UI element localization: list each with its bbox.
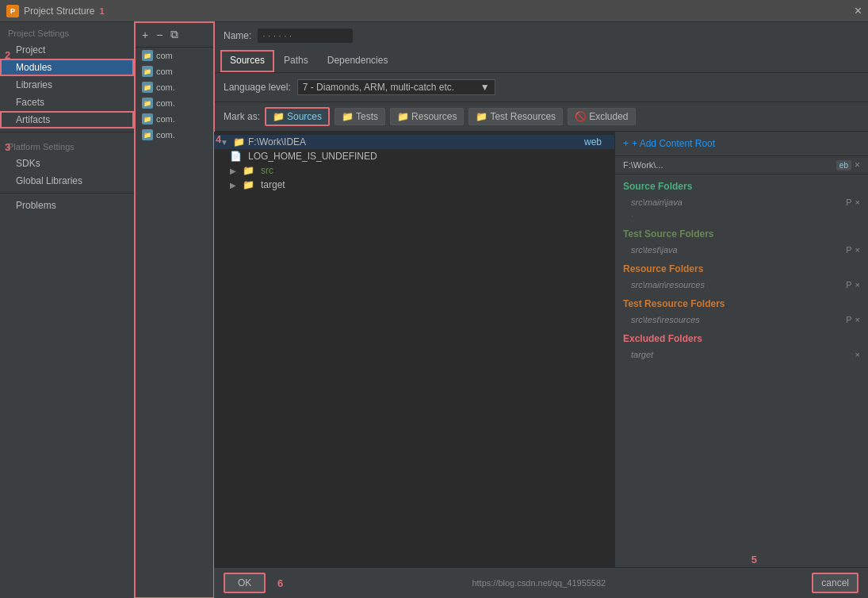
list-item[interactable]: 📁 com. — [135, 127, 213, 143]
add-content-root-button[interactable]: + + Add Content Root — [615, 132, 868, 156]
test-resource-folders-title: Test Resource Folders — [615, 292, 868, 312]
tab-paths[interactable]: Paths — [274, 50, 318, 72]
annotation-6: 6 — [277, 577, 283, 589]
sidebar-item-artifacts[interactable]: Artifacts — [0, 111, 134, 128]
sidebar-item-sdks[interactable]: SDKs — [0, 155, 134, 172]
list-item[interactable]: 📁 com. — [135, 111, 213, 127]
title-bar: P Project Structure 1 × — [0, 0, 868, 22]
module-toolbar: + − ⧉ — [135, 22, 213, 48]
module-icon: 📁 — [142, 50, 153, 61]
expand-arrow-target: ▶ — [230, 181, 239, 190]
file-icon: 📄 — [230, 151, 242, 162]
add-module-button[interactable]: + — [140, 28, 151, 42]
sidebar-item-project[interactable]: Project — [0, 41, 134, 59]
resource-folder-entry: src\main\resources P × — [615, 278, 868, 292]
project-settings-label: Project Settings — [0, 22, 134, 41]
tab-dependencies[interactable]: Dependencies — [318, 50, 398, 72]
source-folder-edit-button[interactable]: P — [846, 197, 851, 207]
platform-settings-label: Platform Settings — [0, 136, 134, 155]
source-folder-path: src\main\java — [631, 197, 683, 207]
test-source-folders-title: Test Source Folders — [615, 222, 868, 243]
sidebar-item-libraries[interactable]: Libraries — [0, 76, 134, 94]
main-layout: 2 3 Project Settings Project Modules Lib… — [0, 22, 868, 598]
name-value: · · · · · · — [258, 29, 353, 43]
annotation-4: 4 — [216, 133, 221, 145]
annotation-3: 3 — [5, 141, 10, 153]
resource-folder-edit-button[interactable]: P — [846, 280, 851, 289]
log-home-text: LOG_HOME_IS_UNDEFINED — [248, 151, 377, 162]
language-level-select[interactable]: 7 - Diamonds, ARM, multi-catch etc. ▼ — [297, 79, 495, 95]
ok-button[interactable]: OK — [224, 573, 266, 593]
root-path-text: F:\Work\IDEA — [248, 136, 306, 148]
copy-module-button[interactable]: ⧉ — [168, 27, 181, 42]
test-source-folder-edit-button[interactable]: P — [846, 245, 851, 255]
target-text: target — [261, 179, 285, 190]
mark-sources-button[interactable]: 📁 Sources — [265, 107, 330, 126]
root-web-text: web — [584, 136, 608, 148]
resource-folder-path: src\main\resources — [631, 280, 705, 289]
test-source-folder-entry: src\test\java P × — [615, 243, 868, 257]
language-level-row: Language level: 7 - Diamonds, ARM, multi… — [214, 73, 868, 102]
mark-as-label: Mark as: — [224, 111, 260, 122]
sidebar-item-modules[interactable]: Modules — [0, 59, 134, 76]
folder-icon-green: 📁 — [342, 111, 354, 122]
resource-folder-remove-button[interactable]: × — [855, 280, 860, 289]
folder-icon: 📁 — [233, 136, 245, 148]
sidebar-item-facets[interactable]: Facets — [0, 94, 134, 111]
tree-row-root[interactable]: ▼ 📁 F:\Work\IDEA web 4 — [214, 135, 614, 149]
collapse-arrow: ▼ — [220, 138, 230, 147]
list-item[interactable]: 📁 com — [135, 48, 213, 63]
folder-icon-orange: 📁 — [397, 111, 409, 122]
sidebar-item-global-libraries[interactable]: Global Libraries — [0, 172, 134, 190]
bottom-bar: 6 5 OK https://blog.csdn.net/qq_41955582… — [214, 567, 868, 598]
content-badge: eb — [836, 160, 851, 171]
excluded-icon: 🚫 — [575, 111, 587, 122]
excluded-folder-actions: × — [855, 350, 860, 359]
module-icon: 📁 — [142, 82, 153, 93]
right-panel: + + Add Content Root F:\Work\... eb × So… — [614, 132, 868, 567]
mark-test-resources-button[interactable]: 📁 Test Resources — [468, 108, 563, 125]
content-root-close-button[interactable]: × — [855, 159, 860, 171]
cancel-button[interactable]: cancel — [812, 573, 858, 593]
tree-row-log[interactable]: 📄 LOG_HOME_IS_UNDEFINED — [214, 149, 614, 163]
src-folder-icon: 📁 — [243, 165, 254, 176]
list-item[interactable]: 📁 com — [135, 63, 213, 79]
content-root-text: F:\Work\... — [623, 160, 663, 170]
tabs-row: Sources Paths Dependencies — [214, 50, 868, 73]
tab-sources[interactable]: Sources — [220, 50, 274, 72]
name-label: Name: — [224, 30, 251, 41]
sidebar-item-problems[interactable]: Problems — [0, 197, 134, 214]
source-folder-remove-button[interactable]: × — [855, 197, 860, 207]
test-source-folder-remove-button[interactable]: × — [855, 245, 860, 255]
source-folder-dot: · — [615, 209, 868, 222]
tree-rights-container: ▼ 📁 F:\Work\IDEA web 4 📄 LOG_HOME_IS_UND… — [214, 132, 868, 567]
mark-excluded-button[interactable]: 🚫 Excluded — [568, 108, 635, 125]
chevron-down-icon: ▼ — [480, 82, 490, 93]
list-item[interactable]: 📁 com. — [135, 95, 213, 111]
sidebar: 2 3 Project Settings Project Modules Lib… — [0, 22, 135, 598]
annotation-2: 2 — [5, 49, 10, 61]
mark-as-row: Mark as: 📁 Sources 📁 Tests 📁 Resources 📁… — [214, 102, 868, 132]
sidebar-divider-2 — [0, 193, 134, 194]
list-item[interactable]: 📁 com. — [135, 79, 213, 95]
module-icon: 📁 — [142, 129, 153, 140]
excluded-folder-remove-button[interactable]: × — [855, 350, 860, 359]
source-folders-section-title: Source Folders — [615, 174, 868, 195]
mark-tests-button[interactable]: 📁 Tests — [335, 108, 385, 125]
close-button[interactable]: × — [855, 4, 862, 18]
tree-row-src[interactable]: ▶ 📁 src — [214, 163, 614, 178]
src-text: src — [261, 165, 273, 176]
mark-resources-button[interactable]: 📁 Resources — [390, 108, 464, 125]
excluded-folder-path: target — [631, 350, 653, 359]
test-resource-folder-edit-button[interactable]: P — [846, 315, 851, 324]
remove-module-button[interactable]: − — [154, 28, 165, 42]
test-source-folder-path: src\test\java — [631, 245, 678, 255]
test-resource-folder-path: src\test\resources — [631, 315, 700, 324]
test-resource-folder-remove-button[interactable]: × — [855, 315, 860, 324]
content-root-actions: eb × — [836, 159, 860, 171]
module-icon: 📁 — [142, 113, 153, 125]
folder-icon-gray: 📁 — [476, 111, 488, 122]
tree-row-target[interactable]: ▶ 📁 target — [214, 178, 614, 192]
source-folder-entry: src\main\java P × — [615, 195, 868, 209]
target-folder-icon: 📁 — [243, 179, 254, 190]
